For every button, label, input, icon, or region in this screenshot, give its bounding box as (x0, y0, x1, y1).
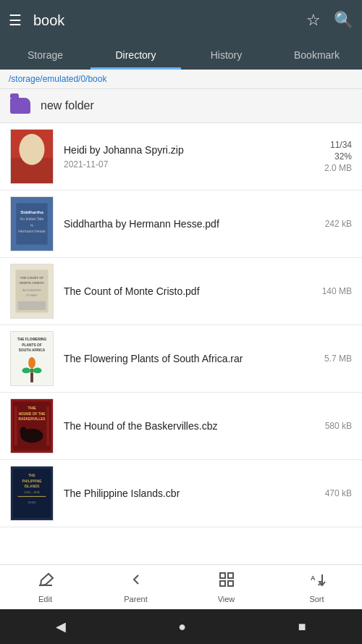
file-name: Siddhartha by Hermann Hesse.pdf (64, 217, 312, 230)
recents-button[interactable]: ■ (298, 619, 306, 635)
svg-rect-48 (220, 581, 225, 586)
sort-icon: A Z (308, 571, 326, 593)
parent-icon (127, 571, 145, 593)
app-title: book (33, 12, 306, 29)
svg-text:SOUTH AFRICA: SOUTH AFRICA (19, 348, 46, 352)
svg-text:PLANTS OF: PLANTS OF (22, 343, 41, 347)
back-button[interactable]: ◀ (56, 619, 66, 635)
file-size: 5.7 MB (324, 354, 352, 364)
tab-bar: Storage Directory History Bookmark (0, 41, 362, 70)
nav-parent-label: Parent (124, 595, 147, 603)
svg-rect-47 (228, 573, 233, 578)
file-thumbnail: THE FLOWERING PLANTS OF SOUTH AFRICA (10, 331, 54, 386)
file-size: 470 kB (325, 488, 352, 498)
file-thumbnail: THE HOUND OF THE BASKERVILLES (10, 398, 54, 453)
tab-directory[interactable]: Directory (90, 41, 181, 70)
svg-text:HEIDI: HEIDI (25, 146, 38, 151)
file-meta: 470 kB (312, 488, 352, 498)
svg-text:Hermann Hesse: Hermann Hesse (18, 229, 46, 233)
svg-rect-27 (30, 372, 33, 382)
nav-parent[interactable]: Parent (90, 571, 181, 603)
svg-point-24 (28, 357, 35, 368)
file-info: Heidi by Johanna Spyri.zip 2021-11-07 (64, 143, 312, 169)
nav-edit[interactable]: Edit (0, 571, 90, 603)
svg-rect-43 (18, 496, 46, 497)
svg-rect-0 (11, 130, 53, 183)
svg-rect-46 (220, 573, 225, 578)
file-progress-percent: 32% (334, 151, 352, 162)
view-icon (218, 571, 235, 593)
tab-history[interactable]: History (181, 41, 272, 70)
nav-sort-label: Sort (309, 595, 324, 603)
file-date: 2021-11-07 (64, 159, 312, 170)
home-button[interactable]: ● (178, 619, 186, 635)
svg-rect-49 (228, 581, 233, 586)
svg-text:1493 – 1898: 1493 – 1898 (24, 491, 39, 494)
file-info: The Flowering Plants of South Africa.rar (64, 352, 312, 365)
breadcrumb: /storage/emulated/0/book (0, 70, 362, 89)
list-item[interactable]: THE HOUND OF THE BASKERVILLES The Hound … (0, 393, 362, 460)
svg-text:XXXIII: XXXIII (28, 501, 36, 504)
search-icon[interactable]: 🔍 (334, 11, 353, 30)
svg-point-2 (17, 135, 48, 174)
svg-rect-36 (46, 406, 49, 446)
svg-text:HOUND OF THE: HOUND OF THE (19, 412, 46, 416)
svg-point-25 (22, 368, 30, 374)
tab-storage[interactable]: Storage (0, 41, 90, 70)
folder-icon (10, 98, 30, 114)
file-meta: 11/34 32% 2.0 MB (312, 140, 352, 173)
file-size: 580 kB (325, 421, 352, 431)
svg-rect-35 (14, 406, 17, 446)
svg-text:Siddhartha: Siddhartha (20, 210, 43, 214)
file-meta: 5.7 MB (312, 354, 352, 364)
svg-text:MONTE-CRISTO: MONTE-CRISTO (20, 281, 44, 285)
file-size: 140 MB (322, 286, 352, 296)
list-item[interactable]: HEIDI Heidi by Johanna Spyri.zip 2021-11… (0, 123, 362, 191)
list-item[interactable]: THE FLOWERING PLANTS OF SOUTH AFRICA The… (0, 325, 362, 393)
menu-icon[interactable]: ☰ (9, 12, 22, 29)
file-meta: 580 kB (312, 421, 352, 431)
top-bar: ☰ book ☆ 🔍 (0, 0, 362, 41)
svg-text:DUMAS: DUMAS (26, 293, 38, 297)
file-name: The Philippine Islands.cbr (64, 487, 312, 500)
list-item[interactable]: THE PHILIPPINE ISLANDS 1493 – 1898 XXXII… (0, 460, 362, 527)
svg-rect-3 (11, 168, 53, 183)
svg-text:A: A (311, 574, 316, 582)
svg-text:An Indian Tale: An Indian Tale (20, 217, 44, 221)
svg-text:PHILIPPINE: PHILIPPINE (22, 480, 43, 483)
file-thumbnail: Siddhartha An Indian Tale by Hermann Hes… (10, 196, 54, 251)
file-name: The Hound of the Baskervilles.cbz (64, 419, 312, 432)
svg-text:ALEXANDRE: ALEXANDRE (22, 288, 41, 292)
star-icon[interactable]: ☆ (306, 11, 321, 30)
list-item[interactable]: Siddhartha An Indian Tale by Hermann Hes… (0, 191, 362, 258)
file-info: Siddhartha by Hermann Hesse.pdf (64, 217, 312, 230)
edit-icon (37, 571, 54, 593)
svg-text:BASKERVILLES: BASKERVILLES (18, 417, 46, 421)
file-size: 2.0 MB (324, 163, 352, 173)
svg-point-26 (33, 368, 42, 374)
list-item[interactable]: THE COUNT OF MONTE-CRISTO ALEXANDRE DUMA… (0, 258, 362, 325)
nav-view[interactable]: View (181, 571, 272, 603)
svg-point-34 (20, 427, 28, 437)
file-name: Heidi by Johanna Spyri.zip (64, 143, 312, 156)
file-size: 242 kB (325, 219, 352, 229)
nav-edit-label: Edit (38, 595, 52, 603)
file-thumbnail: THE PHILIPPINE ISLANDS 1493 – 1898 XXXII… (10, 466, 54, 521)
tab-bookmark[interactable]: Bookmark (272, 41, 362, 70)
svg-text:THE: THE (28, 406, 36, 410)
svg-text:THE COUNT OF: THE COUNT OF (20, 276, 44, 280)
file-meta: 140 MB (312, 286, 352, 296)
file-progress-fraction: 11/34 (330, 140, 352, 150)
file-info: The Hound of the Baskervilles.cbz (64, 419, 312, 432)
nav-sort[interactable]: A Z Sort (272, 571, 362, 603)
svg-rect-18 (18, 301, 46, 310)
file-thumbnail: HEIDI (10, 129, 54, 184)
new-folder-label: new folder (41, 99, 94, 112)
svg-text:THE: THE (28, 474, 35, 477)
new-folder-row[interactable]: new folder (0, 89, 362, 123)
file-name: The Flowering Plants of South Africa.rar (64, 352, 312, 365)
file-meta: 242 kB (312, 219, 352, 229)
svg-rect-1 (11, 165, 53, 183)
nav-view-label: View (218, 595, 235, 603)
file-info: The Count of Monte Cristo.pdf (64, 285, 312, 298)
